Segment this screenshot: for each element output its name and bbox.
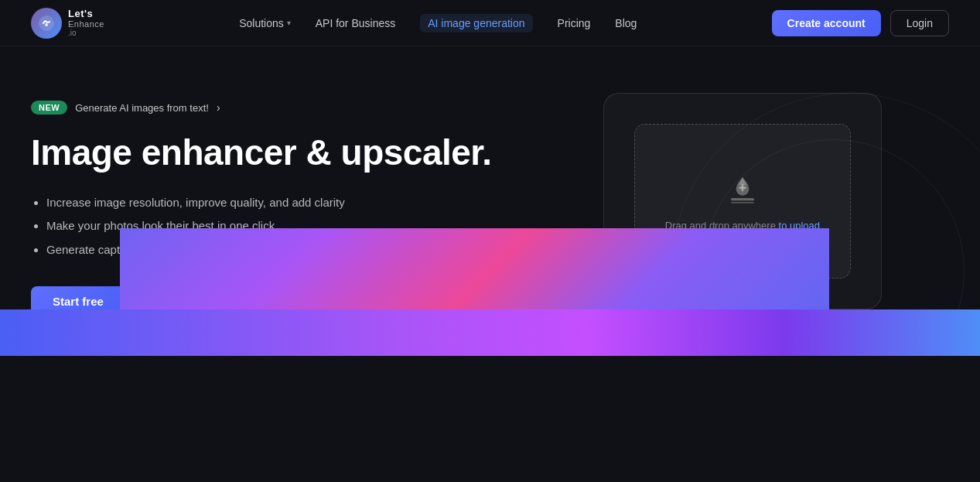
hero-bullet-1: Increase image resolution, improve quali… xyxy=(46,194,505,212)
svg-rect-3 xyxy=(731,202,754,203)
nav-solutions[interactable]: Solutions ▾ xyxy=(239,17,291,29)
nav-api[interactable]: API for Business xyxy=(316,17,396,29)
badge-text: Generate AI images from text! xyxy=(75,102,209,114)
create-account-button[interactable]: Create account xyxy=(772,10,881,36)
nav-ai-generation[interactable]: AI image generation xyxy=(420,14,532,32)
chevron-down-icon: ▾ xyxy=(287,19,291,27)
nav-blog[interactable]: Blog xyxy=(615,17,637,29)
login-button[interactable]: Login xyxy=(890,10,949,36)
nav-pricing[interactable]: Pricing xyxy=(558,17,591,29)
svg-point-1 xyxy=(45,23,48,26)
svg-rect-2 xyxy=(731,198,754,200)
bottom-color-strip xyxy=(0,309,980,356)
logo-icon xyxy=(31,8,62,39)
badge-container: NEW Generate AI images from text! › xyxy=(31,101,505,115)
bottom-section xyxy=(0,228,980,356)
logo-text: Let's Enhance .io xyxy=(68,9,104,37)
logo-link[interactable]: Let's Enhance .io xyxy=(31,8,104,39)
navigation: Let's Enhance .io Solutions ▾ API for Bu… xyxy=(0,0,980,46)
badge-arrow-icon: › xyxy=(217,101,220,114)
nav-links: Solutions ▾ API for Business AI image ge… xyxy=(239,14,637,32)
new-badge: NEW xyxy=(31,101,67,115)
image-preview-banner xyxy=(120,228,829,309)
hero-title: Image enhancer & upscaler. xyxy=(31,133,505,173)
nav-actions: Create account Login xyxy=(772,10,949,36)
upload-icon xyxy=(724,172,761,209)
